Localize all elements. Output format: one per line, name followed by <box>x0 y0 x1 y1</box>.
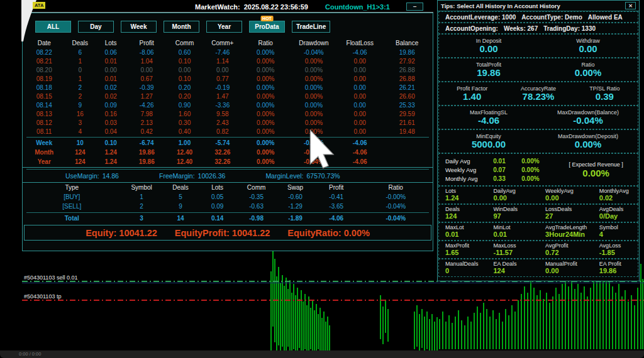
cell: 0.77 <box>203 75 242 82</box>
stat-value: 0.00 <box>576 44 600 54</box>
avg-rows: Daily Avg0.010.00%Weekly Avg0.070.00%Mon… <box>439 154 554 185</box>
cell: 124 <box>65 149 94 156</box>
stat-cell: MinEquity5000.00 <box>472 133 506 149</box>
table-row[interactable]: 08.1520.021.270.201.470.00%0.00%0.0026.6… <box>23 92 433 100</box>
stat-value: 5000.00 <box>472 139 506 149</box>
table-row[interactable]: [BUY]150.05-0.35-0.60-0.41-0.00% <box>23 192 433 202</box>
close-icon[interactable]: ✕ <box>625 2 636 9</box>
table-row[interactable]: 08.2000.000.000.000.000.00%0.00%0.0026.8… <box>23 65 433 74</box>
table-row[interactable]: 08.1490.09-4.260.90-3.360.00%0.00%0.0025… <box>23 100 433 109</box>
cell: FloatLoss <box>338 40 381 46</box>
equity-label: EquityProfit: <box>175 228 232 238</box>
table-row[interactable]: 08.1910.010.670.100.770.00%0.00%0.0026.8… <box>23 74 433 83</box>
cell: 9 <box>162 203 199 210</box>
chart-bar <box>618 284 619 349</box>
stat-value: 0 <box>445 267 494 274</box>
minimize-button[interactable]: – <box>406 3 423 11</box>
table-row[interactable]: 08.2110.011.040.101.140.00%0.00%0.0027.9… <box>23 57 433 65</box>
stat-cell: DailyAvg0.00 <box>494 188 546 202</box>
divider <box>26 137 429 138</box>
chart-bar <box>562 284 563 349</box>
cell: 0.00% <box>289 58 338 65</box>
table-row[interactable]: 08.2260.06-8.060.60-7.460.00%-0.04%-4.06… <box>23 48 433 57</box>
tab-tradeline[interactable]: TradeLine <box>292 21 330 33</box>
cell: 1.04 <box>127 58 166 65</box>
tab-prodata[interactable]: ProDataHOT <box>249 21 285 33</box>
info-item: AccountLeverage: 1000 <box>445 14 516 21</box>
table-row[interactable]: 08.1230.032.130.302.430.00%0.00%0.0021.6… <box>23 118 433 127</box>
stat-label: Symbol <box>599 224 638 231</box>
table-row[interactable]: 08.1140.040.420.400.820.00%0.00%0.0019.4… <box>23 127 433 136</box>
cell: 0.00% <box>289 119 338 126</box>
cell: Year <box>23 158 65 165</box>
cell: 0.09 <box>199 203 236 210</box>
stat-cell: Ratio0.00% <box>575 62 602 78</box>
chart-bar <box>316 304 317 350</box>
cell: 0.40 <box>166 128 203 135</box>
chart-bar <box>621 296 623 349</box>
tab-all[interactable]: ALL <box>35 21 71 33</box>
chart-bar <box>289 280 291 350</box>
stat-value: 124 <box>445 212 494 220</box>
video-progress-bar[interactable] <box>0 350 644 358</box>
chart-bar <box>439 319 440 349</box>
stat-label: LossDeals <box>545 206 599 212</box>
cell: 29.59 <box>381 111 433 117</box>
cell: Profit <box>127 40 166 46</box>
chart-bar <box>470 322 472 349</box>
account-info-row: AccountLeverage: 1000AccountType: DemoAl… <box>438 11 638 23</box>
stat-value: 0.00% <box>575 68 602 78</box>
table-row[interactable]: [SELL]290.09-0.63-1.29-3.65-0.04% <box>23 202 433 211</box>
table-row[interactable]: 08.13160.167.981.609.580.00%0.00%0.0029.… <box>23 109 433 118</box>
cell: 0.00% <box>242 158 289 165</box>
cell: -3.65 <box>314 203 359 210</box>
tab-month[interactable]: Month <box>164 21 199 33</box>
stat-cell: MaxProfit1.65 <box>445 242 494 257</box>
chart-bar <box>282 275 283 347</box>
cell: -7.46 <box>203 49 242 56</box>
cell: Lots <box>199 184 236 191</box>
tab-week[interactable]: Week <box>121 21 157 33</box>
chart-bar <box>287 289 289 347</box>
cell: 26.88 <box>381 67 433 73</box>
avg-row: Daily Avg0.010.00% <box>439 156 554 165</box>
cell: Ratio <box>242 40 289 46</box>
stat-cell: AvgTradeLength3Hour24Min <box>545 224 599 239</box>
chart-bar <box>549 303 550 349</box>
stat-label: ManualProfit <box>545 261 599 267</box>
chart-bar <box>325 322 326 350</box>
avg-percent: 0.00% <box>521 166 554 173</box>
summary-row[interactable]: Month1241.2419.8612.4032.260.00%-0.04%-4… <box>23 148 433 157</box>
chart-bar <box>634 305 635 349</box>
cell: 1.00 <box>166 139 203 146</box>
marketwatch-label: MarketWatch: <box>195 3 240 11</box>
stat-value: 0.72 <box>545 249 599 256</box>
summary-row[interactable]: Week100.10-6.741.00-5.740.00%-0.04%-4.06 <box>23 138 433 148</box>
stat-section: MaxFloatingSL-4.06MaxDrawdown(Balance)-0… <box>438 106 638 129</box>
cell: 08.15 <box>23 93 65 100</box>
equity-label: Equity: <box>86 228 119 238</box>
stat-cell: Withdraw0.00 <box>576 38 600 54</box>
cell: 0.00 <box>338 67 381 73</box>
stat-cell: LossDeals27 <box>545 206 599 220</box>
cell: Week <box>23 139 65 146</box>
stat-value: 27 <box>545 212 599 220</box>
chart-bar <box>521 294 522 349</box>
chart-bar <box>571 280 572 349</box>
chart-bar <box>436 317 438 350</box>
margin-value: 14.86 <box>103 172 119 180</box>
chart-bar <box>308 296 309 350</box>
cell: 08.13 <box>23 111 65 117</box>
avg-row: Monthly Avg0.330.00% <box>439 174 554 183</box>
summary-row[interactable]: Year1241.2419.8612.4032.260.00%-0.04%-4.… <box>23 157 433 166</box>
chart-bar <box>552 296 553 349</box>
table-row[interactable]: 08.1820.02-0.390.20-0.190.00%0.00%0.0026… <box>23 83 433 92</box>
avg-percent: 0.00% <box>521 158 554 165</box>
cell: -4.06 <box>314 215 359 222</box>
tab-year[interactable]: Year <box>206 21 242 33</box>
equity-value: 10041.22 <box>119 228 157 238</box>
chart-bar <box>574 289 575 349</box>
divider <box>23 167 433 168</box>
cell: 0.00% <box>289 102 338 109</box>
tab-day[interactable]: Day <box>78 21 114 33</box>
